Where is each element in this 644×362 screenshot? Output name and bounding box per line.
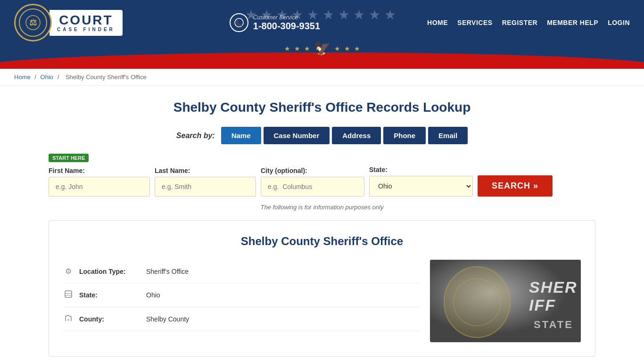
star-right-1: ★ — [334, 45, 340, 52]
customer-service: 📞 Customer Service 1-800-309-9351 — [230, 13, 320, 32]
first-name-input[interactable] — [49, 177, 150, 197]
info-fields: ⚙ Location Type: Sheriff's Office State: — [63, 260, 421, 342]
state-select[interactable]: Ohio Alabama Alaska Arizona California C… — [369, 176, 473, 197]
star-left-3: ★ — [304, 45, 310, 52]
svg-text:STATE: STATE — [534, 319, 573, 330]
state-icon — [63, 290, 74, 300]
main-nav: HOME SERVICES REGISTER MEMBER HELP LOGIN — [427, 19, 630, 26]
breadcrumb-sep-2: / — [58, 74, 61, 81]
city-label: City (optional): — [261, 167, 364, 174]
logo-court-text: COURT — [59, 14, 113, 27]
info-card-title: Shelby County Sheriff's Office — [63, 235, 581, 248]
eagle-icon: 🦅 — [314, 41, 330, 56]
search-by-row: Search by: Name Case Number Address Phon… — [49, 127, 595, 144]
logo-finder-text: CASE FINDER — [57, 27, 115, 32]
info-card-content: ⚙ Location Type: Sheriff's Office State: — [63, 260, 581, 342]
breadcrumb: Home / Ohio / Shelby County Sheriff's Of… — [0, 69, 644, 86]
eagle-container: ★ ★ ★ 🦅 ★ ★ ★ — [284, 41, 360, 56]
last-name-input[interactable] — [155, 177, 256, 197]
site-header: ⚖ COURT CASE FINDER ★ ★ ★ ★ ★ ★ ★ ★ ★ ★ … — [0, 0, 644, 69]
sheriff-image-bg: SHER IFF STATE — [430, 260, 581, 342]
logo-text: COURT CASE FINDER — [50, 10, 123, 36]
nav-home[interactable]: HOME — [427, 19, 448, 26]
first-name-label: First Name: — [49, 167, 150, 174]
state-field-value: Ohio — [146, 291, 160, 299]
location-type-label: Location Type: — [79, 268, 140, 275]
state-label: State: — [369, 166, 473, 173]
svg-text:SHER: SHER — [529, 278, 577, 296]
cs-text-area: Customer Service 1-800-309-9351 — [253, 14, 320, 32]
city-input[interactable] — [261, 177, 364, 197]
state-group: State: Ohio Alabama Alaska Arizona Calif… — [369, 166, 473, 197]
state-field-label: State: — [79, 291, 140, 299]
svg-text:⚖: ⚖ — [29, 18, 37, 27]
info-card: Shelby County Sheriff's Office ⚙ Locatio… — [49, 220, 595, 357]
breadcrumb-sep-1: / — [34, 74, 38, 81]
info-row-state: State: Ohio — [63, 283, 421, 307]
cs-phone: 1-800-309-9351 — [253, 21, 320, 32]
eagle-stars: ★ ★ ★ 🦅 ★ ★ ★ — [284, 41, 360, 56]
star-right-2: ★ — [344, 45, 350, 52]
svg-point-7 — [444, 267, 510, 337]
county-field-value: Shelby County — [146, 315, 189, 323]
last-name-label: Last Name: — [155, 167, 256, 174]
svg-rect-5 — [67, 319, 69, 321]
star-left-1: ★ — [284, 45, 290, 52]
tab-case-number[interactable]: Case Number — [264, 127, 330, 144]
logo-badge: ⚖ — [14, 4, 52, 41]
main-content: Shelby County Sheriff's Office Records L… — [39, 86, 605, 362]
breadcrumb-ohio[interactable]: Ohio — [41, 74, 53, 81]
svg-rect-4 — [65, 291, 72, 297]
nav-services[interactable]: SERVICES — [457, 19, 493, 26]
tab-email[interactable]: Email — [428, 127, 468, 144]
logo-area: ⚖ COURT CASE FINDER — [14, 4, 123, 41]
search-by-label: Search by: — [176, 132, 215, 140]
info-row-location-type: ⚙ Location Type: Sheriff's Office — [63, 260, 421, 283]
phone-icon: 📞 — [230, 13, 248, 32]
first-name-group: First Name: — [49, 167, 150, 197]
nav-login[interactable]: LOGIN — [608, 19, 630, 26]
header-wave: ★ ★ ★ 🦅 ★ ★ ★ — [0, 45, 644, 69]
location-type-icon: ⚙ — [63, 267, 74, 276]
cs-label: Customer Service — [253, 14, 320, 21]
county-field-label: County: — [79, 315, 140, 323]
search-form-row: First Name: Last Name: City (optional): … — [49, 166, 595, 197]
county-icon — [63, 314, 74, 324]
search-button[interactable]: SEARCH » — [478, 175, 553, 197]
city-group: City (optional): — [261, 167, 364, 197]
start-here-badge: START HERE — [49, 154, 89, 162]
breadcrumb-current: Shelby County Sheriff's Office — [66, 74, 147, 81]
svg-text:📞: 📞 — [235, 19, 242, 26]
info-row-county: County: Shelby County — [63, 307, 421, 331]
info-note: The following is for information purpose… — [49, 204, 595, 211]
star-left-2: ★ — [294, 45, 300, 52]
last-name-group: Last Name: — [155, 167, 256, 197]
nav-register[interactable]: REGISTER — [502, 19, 538, 26]
breadcrumb-home[interactable]: Home — [14, 74, 31, 81]
location-type-value: Sheriff's Office — [146, 268, 189, 275]
logo-icon: ⚖ — [19, 8, 47, 37]
tab-name[interactable]: Name — [221, 127, 261, 144]
svg-text:IFF: IFF — [529, 296, 556, 314]
search-section: Search by: Name Case Number Address Phon… — [49, 127, 595, 211]
page-title: Shelby County Sheriff's Office Records L… — [49, 100, 595, 115]
tab-phone[interactable]: Phone — [383, 127, 426, 144]
nav-member-help[interactable]: MEMBER HELP — [547, 19, 598, 26]
star-right-3: ★ — [354, 45, 360, 52]
sheriff-image: SHER IFF STATE — [430, 260, 581, 342]
tab-address[interactable]: Address — [332, 127, 381, 144]
